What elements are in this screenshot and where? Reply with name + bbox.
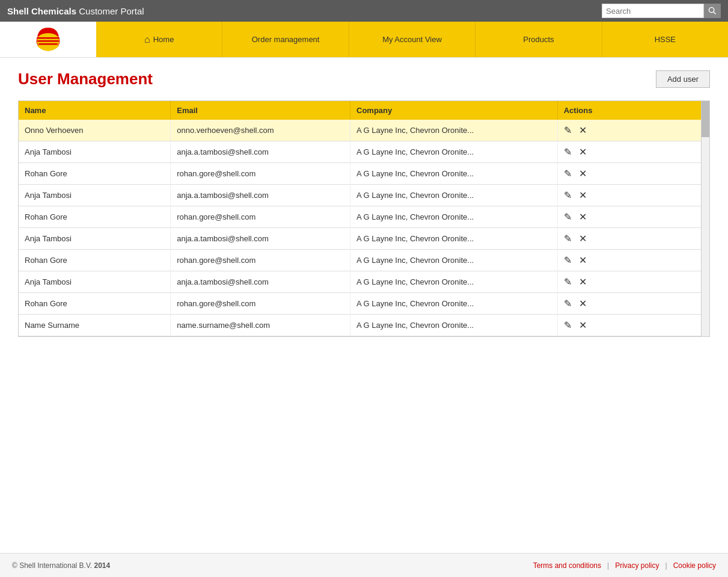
nav-item-order-management[interactable]: Order management (222, 22, 349, 57)
edit-icon[interactable]: ✎ (564, 298, 572, 309)
delete-icon[interactable]: ✕ (579, 168, 587, 179)
nav-home-label: Home (153, 35, 174, 44)
cell-name: Name Surname (19, 315, 171, 336)
scrollbar-thumb[interactable] (702, 101, 710, 137)
cell-actions: ✎ ✕ (557, 185, 709, 206)
cell-company: A G Layne Inc, Chevron Oronite... (350, 293, 558, 315)
action-cell: ✎ ✕ (564, 190, 703, 201)
nav-products-label: Products (523, 35, 554, 44)
cell-company: A G Layne Inc, Chevron Oronite... (350, 315, 558, 336)
cell-actions: ✎ ✕ (557, 206, 709, 228)
footer-link-privacy[interactable]: Privacy policy (615, 561, 659, 570)
nav-item-home[interactable]: ⌂ Home (96, 22, 222, 57)
delete-icon[interactable]: ✕ (579, 190, 587, 201)
svg-line-1 (714, 12, 716, 14)
page-title: User Management (18, 70, 153, 88)
edit-icon[interactable]: ✎ (564, 233, 572, 244)
col-header-actions: Actions (557, 101, 709, 120)
svg-rect-4 (37, 40, 59, 42)
delete-icon[interactable]: ✕ (579, 233, 587, 244)
cell-name: Anja Tambosi (19, 271, 171, 293)
footer: © Shell International B.V. 2014 Terms an… (0, 553, 728, 577)
cell-email: anja.a.tambosi@shell.com (171, 271, 350, 293)
site-title: Shell Chemicals Customer Portal (7, 6, 144, 16)
cell-email: anja.a.tambosi@shell.com (171, 185, 350, 206)
delete-icon[interactable]: ✕ (579, 255, 587, 266)
cell-company: A G Layne Inc, Chevron Oronite... (350, 206, 558, 228)
cell-actions: ✎ ✕ (557, 141, 709, 163)
table-row: Rohan Gorerohan.gore@shell.comA G Layne … (19, 293, 709, 315)
cell-email: rohan.gore@shell.com (171, 293, 350, 315)
cell-email: name.surname@shell.com (171, 315, 350, 336)
cell-email: rohan.gore@shell.com (171, 163, 350, 185)
footer-links: Terms and conditions | Privacy policy | … (533, 561, 716, 570)
col-header-email: Email (171, 101, 350, 120)
user-table-container: Name Email Company Actions Onno Verhoeve… (18, 100, 710, 337)
svg-point-0 (709, 7, 714, 12)
footer-divider-1: | (607, 561, 609, 570)
delete-icon[interactable]: ✕ (579, 298, 587, 309)
logo-area (0, 22, 96, 57)
footer-link-cookie[interactable]: Cookie policy (673, 561, 716, 570)
cell-actions: ✎ ✕ (557, 250, 709, 271)
cell-company: A G Layne Inc, Chevron Oronite... (350, 185, 558, 206)
svg-rect-5 (38, 43, 58, 45)
table-row: Anja Tambosianja.a.tambosi@shell.comA G … (19, 271, 709, 293)
search-container (602, 4, 721, 18)
search-input[interactable] (602, 4, 704, 18)
user-table: Name Email Company Actions Onno Verhoeve… (19, 101, 709, 336)
edit-icon[interactable]: ✎ (564, 211, 572, 223)
nav-hsse-label: HSSE (655, 35, 676, 44)
action-cell: ✎ ✕ (564, 298, 703, 309)
cell-email: onno.verhoeven@shell.com (171, 120, 350, 141)
action-cell: ✎ ✕ (564, 168, 703, 179)
table-row: Onno Verhoevenonno.verhoeven@shell.comA … (19, 120, 709, 141)
cell-email: rohan.gore@shell.com (171, 250, 350, 271)
cell-name: Anja Tambosi (19, 228, 171, 250)
nav-item-hsse[interactable]: HSSE (602, 22, 728, 57)
edit-icon[interactable]: ✎ (564, 146, 572, 158)
delete-icon[interactable]: ✕ (579, 211, 587, 223)
action-cell: ✎ ✕ (564, 255, 703, 266)
cell-email: anja.a.tambosi@shell.com (171, 141, 350, 163)
cell-company: A G Layne Inc, Chevron Oronite... (350, 141, 558, 163)
edit-icon[interactable]: ✎ (564, 190, 572, 201)
brand-name: Shell Chemicals (7, 6, 76, 16)
scrollbar-track[interactable] (701, 101, 709, 336)
cell-name: Onno Verhoeven (19, 120, 171, 141)
cell-name: Anja Tambosi (19, 185, 171, 206)
edit-icon[interactable]: ✎ (564, 168, 572, 179)
footer-copyright: © Shell International B.V. 2014 (12, 561, 110, 570)
edit-icon[interactable]: ✎ (564, 125, 572, 136)
cell-email: anja.a.tambosi@shell.com (171, 228, 350, 250)
table-row: Rohan Gorerohan.gore@shell.comA G Layne … (19, 250, 709, 271)
cell-name: Rohan Gore (19, 163, 171, 185)
top-bar: Shell Chemicals Customer Portal (0, 0, 728, 22)
edit-icon[interactable]: ✎ (564, 276, 572, 288)
action-cell: ✎ ✕ (564, 276, 703, 288)
add-user-button[interactable]: Add user (656, 70, 710, 88)
home-icon: ⌂ (144, 34, 150, 45)
cell-company: A G Layne Inc, Chevron Oronite... (350, 163, 558, 185)
cell-name: Rohan Gore (19, 206, 171, 228)
cell-actions: ✎ ✕ (557, 163, 709, 185)
search-button[interactable] (704, 4, 721, 18)
nav-item-products[interactable]: Products (476, 22, 602, 57)
cell-email: rohan.gore@shell.com (171, 206, 350, 228)
delete-icon[interactable]: ✕ (579, 146, 587, 158)
cell-name: Rohan Gore (19, 293, 171, 315)
delete-icon[interactable]: ✕ (579, 276, 587, 288)
user-table-body: Onno Verhoevenonno.verhoeven@shell.comA … (19, 120, 709, 336)
cell-name: Rohan Gore (19, 250, 171, 271)
edit-icon[interactable]: ✎ (564, 319, 572, 331)
edit-icon[interactable]: ✎ (564, 255, 572, 266)
col-header-company: Company (350, 101, 558, 120)
cell-actions: ✎ ✕ (557, 271, 709, 293)
footer-link-terms[interactable]: Terms and conditions (533, 561, 601, 570)
nav-account-label: My Account View (382, 35, 442, 44)
cell-actions: ✎ ✕ (557, 120, 709, 141)
delete-icon[interactable]: ✕ (579, 319, 587, 331)
nav-item-my-account-view[interactable]: My Account View (349, 22, 476, 57)
delete-icon[interactable]: ✕ (579, 125, 587, 136)
table-row: Rohan Gorerohan.gore@shell.comA G Layne … (19, 163, 709, 185)
